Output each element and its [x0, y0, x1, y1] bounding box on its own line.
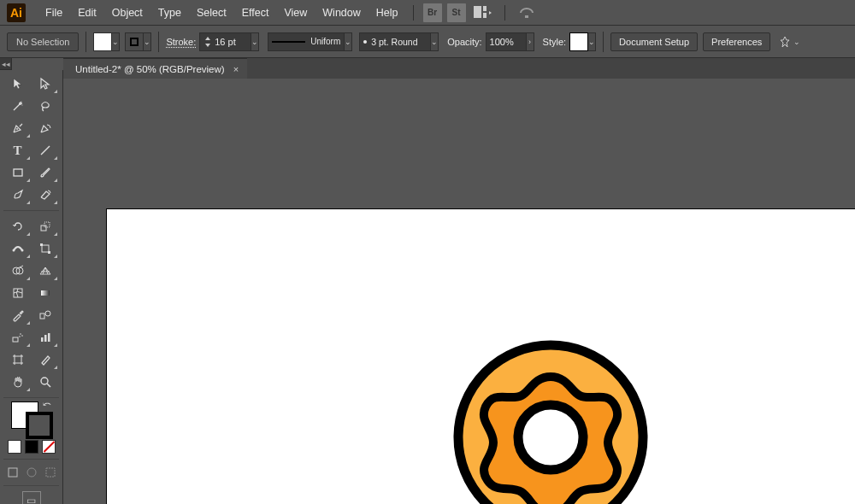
curvature-tool[interactable]: [32, 118, 58, 138]
eyedropper-tool[interactable]: [5, 305, 31, 325]
hand-tool[interactable]: [5, 372, 31, 392]
chevron-down-icon[interactable]: ⌄: [793, 32, 800, 51]
blend-tool[interactable]: [32, 305, 58, 325]
gpu-preview-icon[interactable]: [517, 3, 536, 22]
shaper-tool[interactable]: [5, 185, 31, 205]
stroke-control[interactable]: ⌄: [125, 32, 151, 51]
document-tab[interactable]: Untitled-2* @ 50% (RGB/Preview) ×: [63, 58, 247, 79]
chevron-down-icon[interactable]: ⌄: [251, 32, 259, 51]
stroke-indicator[interactable]: [26, 412, 53, 439]
chevron-down-icon[interactable]: ⌄: [112, 32, 120, 51]
selection-indicator: No Selection: [7, 32, 79, 51]
svg-rect-3: [525, 15, 528, 18]
brush-definition[interactable]: 3 pt. Round: [359, 32, 431, 51]
stroke-weight-field[interactable]: [215, 37, 247, 47]
free-transform-tool[interactable]: [32, 238, 58, 259]
column-graph-tool[interactable]: [32, 327, 58, 348]
opacity-label[interactable]: Opacity:: [447, 37, 481, 47]
chevron-right-icon[interactable]: ›: [527, 32, 534, 51]
scale-tool[interactable]: [32, 216, 58, 237]
menu-bar: Ai File Edit Object Type Select Effect V…: [0, 0, 855, 26]
color-mode-button[interactable]: [8, 440, 21, 454]
gradient-tool[interactable]: [32, 283, 58, 303]
panel-collapse-handle[interactable]: ◂◂: [0, 58, 12, 70]
menu-help[interactable]: Help: [369, 3, 406, 22]
rectangle-tool[interactable]: [5, 162, 31, 183]
type-tool[interactable]: T: [5, 140, 31, 161]
chevron-down-icon[interactable]: ⌄: [345, 32, 352, 51]
graphic-style-swatch[interactable]: [569, 32, 588, 51]
artboard-tool[interactable]: [5, 349, 31, 370]
chevron-down-icon[interactable]: ⌄: [588, 32, 596, 51]
swap-fill-stroke-icon[interactable]: ⤺: [43, 398, 51, 410]
opacity-field[interactable]: [490, 37, 522, 47]
perspective-grid-tool[interactable]: [32, 261, 58, 281]
draw-behind-icon[interactable]: [24, 465, 39, 480]
gradient-mode-button[interactable]: [25, 440, 38, 454]
stroke-swatch[interactable]: [125, 32, 144, 51]
direct-selection-tool[interactable]: [32, 73, 58, 94]
svg-rect-13: [42, 245, 49, 252]
svg-rect-0: [474, 6, 481, 18]
pen-tool[interactable]: [5, 118, 31, 138]
width-tool[interactable]: [5, 238, 31, 259]
svg-rect-10: [44, 222, 50, 227]
svg-point-12: [21, 249, 23, 252]
chevron-down-icon[interactable]: ⌄: [431, 32, 439, 51]
svg-rect-9: [41, 226, 46, 231]
canvas-area[interactable]: [63, 79, 855, 504]
zoom-tool[interactable]: [32, 372, 58, 392]
arrange-documents-icon[interactable]: [474, 6, 492, 20]
svg-rect-26: [41, 337, 44, 342]
menu-object[interactable]: Object: [104, 3, 150, 22]
stroke-label[interactable]: Stroke:: [166, 37, 196, 47]
menu-effect[interactable]: Effect: [234, 3, 277, 22]
screen-mode-button[interactable]: ▭: [22, 491, 41, 504]
draw-normal-icon[interactable]: [5, 465, 21, 480]
menu-select[interactable]: Select: [189, 3, 234, 22]
selection-tool[interactable]: [5, 73, 31, 94]
rotate-tool[interactable]: [5, 216, 31, 237]
divider: [504, 5, 505, 21]
svg-line-7: [41, 146, 50, 155]
svg-rect-32: [9, 468, 17, 477]
menu-type[interactable]: Type: [150, 3, 189, 22]
stock-icon[interactable]: St: [447, 3, 466, 22]
eraser-tool[interactable]: [32, 185, 58, 205]
fill-control[interactable]: ⌄: [93, 32, 120, 51]
chevron-down-icon[interactable]: ⌄: [144, 32, 151, 51]
slice-tool[interactable]: [32, 349, 58, 370]
menu-window[interactable]: Window: [315, 3, 368, 22]
preferences-button[interactable]: Preferences: [703, 32, 770, 51]
draw-inside-icon[interactable]: [43, 465, 58, 480]
paintbrush-tool[interactable]: [32, 162, 58, 183]
fill-swatch[interactable]: [93, 32, 112, 51]
close-icon[interactable]: ×: [233, 64, 239, 74]
donut-artwork[interactable]: [451, 338, 650, 504]
document-setup-button[interactable]: Document Setup: [610, 32, 698, 51]
svg-point-24: [21, 335, 23, 337]
menu-edit[interactable]: Edit: [70, 3, 104, 22]
symbol-sprayer-tool[interactable]: [5, 327, 31, 348]
svg-rect-34: [46, 468, 55, 477]
stroke-weight-input[interactable]: [199, 32, 251, 51]
fill-stroke-control[interactable]: ⤺: [3, 397, 59, 438]
pin-icon[interactable]: [777, 34, 793, 50]
opacity-input[interactable]: [486, 32, 527, 51]
line-segment-tool[interactable]: [32, 140, 58, 161]
mesh-tool[interactable]: [5, 283, 31, 303]
lasso-tool[interactable]: [32, 96, 58, 116]
svg-rect-28: [48, 333, 50, 342]
svg-rect-18: [14, 289, 22, 297]
menu-file[interactable]: File: [38, 3, 70, 22]
svg-point-21: [45, 311, 50, 316]
magic-wand-tool[interactable]: [5, 96, 31, 116]
style-label: Style:: [543, 37, 567, 47]
none-mode-button[interactable]: [42, 440, 56, 454]
shape-builder-tool[interactable]: [5, 261, 31, 281]
bridge-icon[interactable]: Br: [423, 3, 442, 22]
menu-view[interactable]: View: [276, 3, 315, 22]
variable-width-profile[interactable]: Uniform: [268, 32, 345, 51]
svg-point-6: [16, 128, 18, 130]
svg-rect-27: [44, 335, 47, 342]
